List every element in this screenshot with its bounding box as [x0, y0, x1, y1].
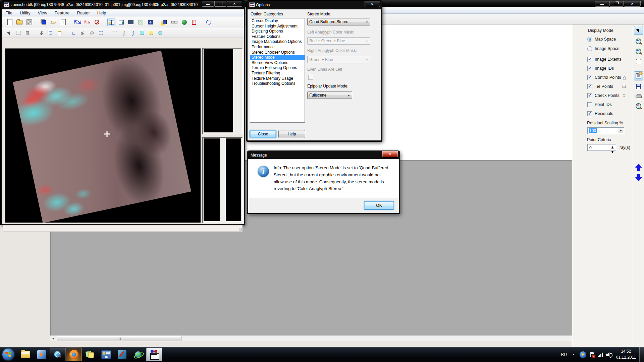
list-item[interactable]: Stereo Chooser Options: [250, 50, 305, 55]
action-center-flag-icon[interactable]: ×: [590, 352, 594, 357]
horizontal-scroll-thumb[interactable]: [57, 336, 181, 341]
taskbar-notes-icon[interactable]: [82, 348, 98, 361]
extend-arrows-icon[interactable]: ⇱⇲: [73, 18, 82, 26]
taskbar-explorer-icon[interactable]: [17, 348, 34, 361]
menu-view[interactable]: View: [34, 10, 51, 15]
split-view-icon[interactable]: [107, 18, 115, 26]
frame-info-icon[interactable]: i: [190, 18, 198, 26]
ellipse-cyan-icon[interactable]: [157, 29, 164, 37]
layer-stack-icon[interactable]: [161, 18, 169, 26]
options-close-icon[interactable]: ×: [365, 1, 380, 7]
main-maximize-button[interactable]: [214, 1, 226, 7]
paste-icon[interactable]: [56, 29, 63, 37]
ok-button[interactable]: OK: [364, 201, 394, 210]
image-viewport[interactable]: [5, 48, 201, 223]
close-button[interactable]: Close: [250, 130, 276, 138]
option-categories-list[interactable]: Cursor Display Cursor Height Adjustment …: [250, 18, 305, 123]
list-item[interactable]: Terrain Following Options: [250, 65, 305, 71]
resize-grip[interactable]: [239, 228, 241, 231]
curve-tool-icon[interactable]: ʃ: [120, 29, 127, 37]
list-item[interactable]: Texture Filtering: [250, 71, 305, 76]
list-item[interactable]: Cursor Display: [250, 18, 305, 24]
language-indicator[interactable]: RU: [561, 352, 567, 357]
taskbar-orbit-icon[interactable]: [130, 348, 146, 361]
stamp-tool-icon[interactable]: [24, 29, 31, 37]
open-file-icon[interactable]: [15, 18, 23, 26]
network-signal-icon[interactable]: [598, 352, 603, 357]
pointer-tool-icon[interactable]: [634, 26, 643, 35]
move-down-icon[interactable]: [635, 173, 642, 181]
pan-hand-icon[interactable]: [634, 57, 643, 66]
detail-panels[interactable]: [202, 137, 243, 223]
edit-form-icon[interactable]: [634, 71, 643, 80]
epipolar-combo[interactable]: Fullscene ▼: [307, 92, 352, 99]
map-space-radio[interactable]: [587, 37, 592, 42]
print-icon[interactable]: [634, 92, 643, 101]
list-item[interactable]: Cursor Height Adjustment: [250, 24, 305, 29]
taskbar-viewer-icon[interactable]: [50, 348, 66, 361]
taskbar-firefox-icon[interactable]: [66, 348, 82, 361]
image-layers-icon[interactable]: [40, 18, 48, 26]
menu-file[interactable]: File: [2, 10, 16, 15]
point-criteria-spinner[interactable]: 0 ▲▼: [587, 144, 616, 151]
menu-utility[interactable]: Utility: [16, 10, 34, 15]
clock[interactable]: 14:52 01.12.2011: [616, 349, 636, 360]
point-ids-checkbox[interactable]: [587, 102, 592, 107]
overview-panel[interactable]: [202, 48, 243, 134]
message-titlebar[interactable]: Message ×: [247, 151, 400, 159]
swap-views-icon[interactable]: ↔: [127, 18, 135, 26]
pattern-icon[interactable]: [25, 18, 33, 26]
list-item[interactable]: Troubleshooting Options: [250, 81, 305, 86]
spline-tool-icon[interactable]: ʃ: [129, 29, 137, 37]
zoom-in-icon[interactable]: +: [634, 37, 643, 46]
taskbar-media-player-icon[interactable]: [34, 348, 50, 361]
check-points-checkbox[interactable]: [587, 93, 592, 98]
menu-raster[interactable]: Raster: [73, 10, 94, 15]
scroll-left-arrow[interactable]: ◄: [50, 336, 56, 341]
new-document-icon[interactable]: [6, 18, 14, 26]
spin-down-icon[interactable]: ▼: [610, 149, 615, 154]
residuals-checkbox[interactable]: [587, 111, 592, 116]
list-item-selected[interactable]: Stereo Mode: [250, 55, 305, 60]
green-mesh-icon[interactable]: [137, 18, 145, 26]
bg-restore-button[interactable]: [609, 1, 624, 7]
split-view-alt-icon[interactable]: [117, 18, 125, 26]
tray-expand-icon[interactable]: ▲: [572, 353, 575, 356]
center-view-icon[interactable]: ✛: [146, 18, 154, 26]
rectangle-tool-icon[interactable]: [97, 29, 104, 37]
polyline-tool-icon[interactable]: ∟: [70, 29, 77, 37]
image-ids-checkbox[interactable]: [587, 66, 592, 71]
copy-icon[interactable]: [47, 29, 54, 37]
eraser-icon[interactable]: [49, 18, 57, 26]
bg-close-button[interactable]: ×: [624, 1, 641, 7]
erase-feature-icon[interactable]: [88, 29, 95, 37]
stereo-mode-combo[interactable]: Quad Buffered Stereo ▼: [307, 18, 370, 25]
main-minimize-button[interactable]: [202, 1, 214, 7]
start-button[interactable]: [2, 349, 14, 360]
taskbar-imagine-icon[interactable]: [114, 348, 130, 361]
horizontal-scrollbar[interactable]: ◄: [50, 336, 626, 341]
list-item[interactable]: Performance: [250, 45, 305, 50]
show-desktop-button[interactable]: [639, 347, 644, 362]
rectangle-yellow-icon[interactable]: [148, 29, 155, 37]
help-button[interactable]: Help: [278, 130, 305, 138]
parallel-curves-icon[interactable]: ≶: [79, 29, 86, 37]
menu-help[interactable]: Help: [94, 10, 110, 15]
spin-up-icon[interactable]: ▲: [610, 145, 615, 149]
polygon-cyan-icon[interactable]: [139, 29, 146, 37]
cut-icon[interactable]: [38, 29, 45, 37]
disable-icon[interactable]: [93, 18, 101, 26]
select-tool-icon[interactable]: [6, 29, 13, 37]
arc-tool-icon[interactable]: [111, 29, 118, 37]
residual-scaling-dropdown-arrow[interactable]: ▼: [618, 128, 624, 133]
residual-scaling-combo[interactable]: 100 ▼: [587, 127, 624, 134]
taskbar-control-panel-icon[interactable]: [98, 348, 114, 361]
globe-icon[interactable]: [180, 18, 188, 26]
message-close-icon[interactable]: ×: [382, 151, 398, 157]
list-item[interactable]: Digitizing Options: [250, 29, 305, 34]
tray-bolt-icon[interactable]: ⚡: [580, 351, 586, 358]
scatter-arrows-icon[interactable]: ⇱⇲: [83, 18, 91, 26]
move-up-icon[interactable]: [635, 164, 642, 172]
list-item[interactable]: Feature Options: [250, 34, 305, 40]
bg-minimize-button[interactable]: [595, 1, 609, 7]
